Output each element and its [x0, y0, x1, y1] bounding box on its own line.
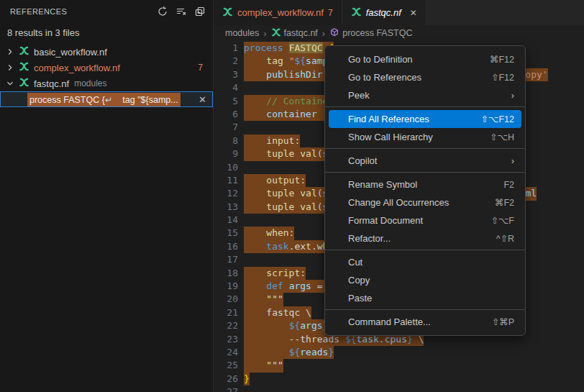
line-number: 20 — [214, 293, 238, 306]
editor-context-menu: Go to Definition⌘F12Go to References⇧F12… — [324, 45, 526, 336]
menu-item-label: Change All Occurrences — [348, 197, 482, 208]
references-tree: basic_workflow.nfcomplex_workflow.nf7fas… — [0, 44, 213, 91]
line-number: 11 — [214, 174, 238, 187]
menu-item-find-all-references[interactable]: Find All References⇧⌥F12 — [329, 110, 521, 128]
menu-item-show-call-hierarchy[interactable]: Show Call Hierarchy⇧⌥H — [329, 128, 521, 146]
dismiss-result-icon[interactable]: ✕ — [199, 95, 206, 104]
menu-item-copilot[interactable]: Copilot› — [329, 152, 521, 170]
menu-item-refactor[interactable]: Refactor...^⇧R — [329, 229, 521, 247]
menu-item-shortcut: ⇧⌥H — [490, 132, 514, 142]
clear-results-icon[interactable] — [175, 6, 187, 17]
refresh-icon[interactable] — [157, 6, 168, 17]
file-result-complex_workflow-nf[interactable]: complex_workflow.nf7 — [0, 60, 213, 76]
breadcrumb-item-symbol[interactable]: process FASTQC — [329, 27, 412, 40]
line-number: 23 — [214, 333, 238, 346]
breadcrumb-item-file[interactable]: fastqc.nf — [271, 27, 318, 40]
menu-item-label: Paste — [348, 293, 514, 304]
line-number: 6 — [214, 108, 238, 121]
line-number: 19 — [214, 280, 238, 293]
file-result-basic_workflow-nf[interactable]: basic_workflow.nf — [0, 44, 213, 60]
code-text-match-highlight: """ — [244, 359, 283, 372]
menu-item-label: Rename Symbol — [348, 179, 491, 190]
line-number: 7 — [214, 121, 238, 134]
line-number: 22 — [214, 319, 238, 332]
menu-item-label: Command Palette... — [348, 316, 479, 327]
nextflow-file-icon — [351, 6, 362, 19]
code-text-match-highlight: fastqc \ — [244, 306, 311, 319]
chevron-right-icon[interactable] — [4, 47, 16, 57]
menu-item-shortcut: ⌘F2 — [495, 197, 514, 208]
menu-item-label: Peek — [348, 90, 498, 101]
code-text-match-highlight: """ — [244, 293, 283, 306]
line-number: 27 — [214, 386, 238, 392]
line-number: 4 — [214, 81, 238, 94]
code-text-match-highlight: ${reads} — [244, 346, 334, 359]
result-count-badge: 7 — [198, 63, 203, 73]
menu-item-rename-symbol[interactable]: Rename SymbolF2 — [329, 176, 521, 193]
tab-bar: complex_workflow.nf 7 fastqc.nf ✕ — [214, 0, 584, 25]
menu-separator — [325, 250, 525, 250]
submenu-arrow-icon: › — [511, 90, 514, 101]
line-number: 17 — [214, 253, 238, 266]
code-text-match-highlight: process FASTQC { — [244, 42, 334, 55]
menu-item-label: Cut — [348, 257, 514, 268]
code-text-match-highlight: } — [244, 373, 250, 386]
tab-close-icon[interactable]: ✕ — [410, 8, 417, 18]
code-line-27[interactable]: 27 — [214, 386, 584, 392]
file-result-fastqc-nf[interactable]: fastqc.nfmodules — [0, 76, 213, 91]
menu-item-label: Go to Definition — [348, 54, 477, 65]
menu-item-go-to-references[interactable]: Go to References⇧F12 — [329, 68, 521, 86]
collapse-all-icon[interactable] — [194, 6, 206, 17]
menu-item-shortcut: ^⇧R — [496, 233, 514, 244]
code-text-match-highlight: input: — [244, 135, 300, 147]
breadcrumb-separator: › — [322, 28, 325, 39]
breadcrumb-item-modules[interactable]: modules — [225, 28, 259, 38]
line-number: 21 — [214, 306, 238, 319]
menu-item-shortcut: ⇧⌥F — [491, 215, 514, 226]
line-number: 26 — [214, 373, 238, 386]
file-path-description: modules — [74, 78, 106, 88]
reference-result-item[interactable]: process FASTQC {↵ tag "${samp... ✕ — [0, 91, 213, 107]
menu-item-paste[interactable]: Paste — [329, 289, 521, 307]
code-line-26[interactable]: 26} — [214, 373, 584, 386]
vscode-window: REFERENCES 8 resul — [0, 0, 584, 392]
menu-item-label: Show Call Hierarchy — [348, 132, 477, 142]
menu-item-change-all-occurrences[interactable]: Change All Occurrences⌘F2 — [329, 193, 521, 211]
menu-item-go-to-definition[interactable]: Go to Definition⌘F12 — [329, 50, 521, 68]
code-text-match-highlight: output: — [244, 174, 306, 187]
menu-item-shortcut: ⌘F12 — [490, 54, 514, 65]
line-number: 3 — [214, 68, 238, 81]
nextflow-file-icon — [19, 77, 30, 90]
tab-label: fastqc.nf — [366, 7, 401, 18]
menu-item-label: Find All References — [348, 114, 468, 124]
line-number: 16 — [214, 240, 238, 253]
menu-item-peek[interactable]: Peek› — [329, 86, 521, 104]
chevron-right-icon[interactable] — [4, 63, 16, 73]
menu-item-command-palette[interactable]: Command Palette...⇧⌘P — [329, 313, 521, 331]
panel-title: REFERENCES — [10, 7, 157, 16]
code-line-25[interactable]: 25 """ — [214, 359, 584, 372]
nextflow-file-icon — [19, 61, 30, 74]
line-number: 24 — [214, 346, 238, 359]
results-summary: 8 results in 3 files — [0, 23, 213, 44]
tab-complex-workflow[interactable]: complex_workflow.nf 7 — [214, 0, 342, 25]
file-name: fastqc.nf — [34, 78, 69, 89]
line-number: 8 — [214, 135, 238, 147]
menu-separator — [325, 309, 525, 310]
line-number: 18 — [214, 267, 238, 280]
line-number: 10 — [214, 161, 238, 174]
tab-label: complex_workflow.nf — [237, 7, 324, 18]
references-sidebar: REFERENCES 8 resul — [0, 0, 214, 392]
tab-fastqc[interactable]: fastqc.nf ✕ — [342, 0, 426, 25]
menu-item-shortcut: ⇧F12 — [491, 72, 514, 83]
menu-item-label: Refactor... — [348, 233, 483, 244]
menu-item-copy[interactable]: Copy — [329, 271, 521, 289]
breadcrumb-separator: › — [263, 28, 266, 39]
code-line-24[interactable]: 24 ${reads} — [214, 346, 584, 359]
menu-item-format-document[interactable]: Format Document⇧⌥F — [329, 211, 521, 229]
nextflow-file-icon — [19, 45, 30, 58]
menu-separator — [325, 106, 525, 107]
chevron-down-icon[interactable] — [4, 78, 16, 88]
menu-item-label: Go to References — [348, 72, 478, 83]
menu-item-cut[interactable]: Cut — [329, 253, 521, 271]
